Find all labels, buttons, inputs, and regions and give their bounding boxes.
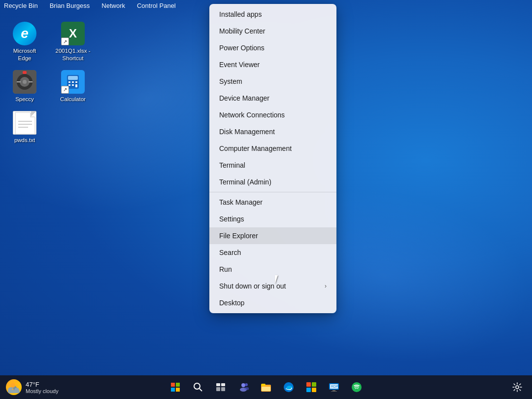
- menu-label-settings: Settings: [219, 215, 244, 223]
- spotify-button[interactable]: [347, 377, 366, 397]
- search-button[interactable]: [188, 377, 208, 397]
- label-recycle-bin[interactable]: Recycle Bin: [4, 2, 38, 9]
- taskbar-center: RDP: [166, 377, 366, 397]
- icon-edge[interactable]: Microsoft Edge: [5, 20, 44, 64]
- menu-item-disk-management[interactable]: Disk Management: [209, 123, 336, 140]
- svg-rect-49: [306, 382, 311, 387]
- svg-point-41: [241, 383, 245, 387]
- svg-rect-13: [72, 84, 74, 86]
- weather-temperature: 47°F: [26, 381, 59, 388]
- menu-item-search[interactable]: Search: [209, 244, 336, 261]
- svg-rect-52: [312, 388, 316, 392]
- menu-item-power-options[interactable]: Power Options: [209, 39, 336, 56]
- menu-item-computer-management[interactable]: Computer Management: [209, 140, 336, 157]
- label-control-panel[interactable]: Control Panel: [137, 2, 176, 9]
- txt-svg: [13, 111, 37, 135]
- menu-item-desktop[interactable]: Desktop: [209, 294, 336, 311]
- svg-rect-9: [68, 81, 70, 83]
- search-icon: [193, 382, 203, 392]
- pwds-label: pwds.txt: [14, 137, 35, 144]
- label-brian-burgess[interactable]: Brian Burgess: [50, 2, 90, 9]
- svg-rect-31: [171, 383, 175, 387]
- svg-text:RDP: RDP: [331, 385, 338, 388]
- svg-rect-46: [261, 384, 266, 386]
- icon-pwds[interactable]: pwds.txt: [5, 109, 44, 146]
- taskbar-right: [508, 378, 526, 396]
- menu-label-terminal: Terminal: [219, 161, 245, 169]
- shortcut-arrow-excel: ↗: [61, 37, 69, 45]
- label-network[interactable]: Network: [101, 2, 125, 9]
- shut-down-chevron: ›: [325, 283, 327, 290]
- menu-item-shut-down[interactable]: Shut down or sign out ›: [209, 278, 336, 294]
- excel-icon-img: X ↗: [61, 22, 85, 45]
- menu-item-system[interactable]: System: [209, 73, 336, 90]
- svg-rect-32: [176, 383, 180, 387]
- svg-rect-40: [221, 387, 225, 391]
- svg-point-43: [245, 383, 248, 386]
- svg-rect-12: [68, 84, 70, 86]
- menu-item-file-explorer[interactable]: File Explorer: [209, 227, 336, 244]
- tray-settings-button[interactable]: [508, 378, 526, 396]
- svg-rect-38: [221, 383, 225, 386]
- svg-point-3: [23, 80, 27, 84]
- context-menu: Installed apps Mobility Center Power Opt…: [209, 4, 336, 313]
- task-view-icon: [216, 382, 226, 392]
- menu-label-run: Run: [219, 265, 232, 273]
- task-view-button[interactable]: [211, 377, 231, 397]
- store-button[interactable]: [301, 377, 321, 397]
- speccy-svg: [13, 70, 36, 94]
- menu-item-run[interactable]: Run: [209, 261, 336, 278]
- menu-label-file-explorer: File Explorer: [219, 232, 258, 240]
- start-button[interactable]: [166, 377, 185, 397]
- menu-item-network-connections[interactable]: Network Connections: [209, 107, 336, 123]
- speccy-icon-graphic: [13, 70, 36, 94]
- svg-rect-47: [262, 387, 270, 391]
- shortcut-arrow-calc: ↗: [61, 86, 69, 94]
- teams-icon: [238, 382, 249, 393]
- svg-rect-51: [306, 388, 311, 392]
- menu-label-device-manager: Device Manager: [219, 94, 269, 102]
- menu-label-power-options: Power Options: [219, 44, 265, 52]
- weather-widget[interactable]: 47°F Mostly cloudy: [6, 379, 59, 395]
- excel-label: 2001Q1.xlsx - Shortcut: [55, 47, 91, 62]
- menu-item-mobility-center[interactable]: Mobility Center: [209, 23, 336, 39]
- menu-label-mobility-center: Mobility Center: [219, 27, 265, 35]
- edge-label: Microsoft Edge: [7, 47, 42, 62]
- menu-item-terminal-admin[interactable]: Terminal (Admin): [209, 174, 336, 190]
- gear-icon: [512, 382, 522, 392]
- svg-rect-8: [68, 76, 78, 80]
- edge-taskbar-button[interactable]: [279, 377, 299, 397]
- store-icon: [306, 382, 317, 393]
- remote-desktop-button[interactable]: RDP: [324, 377, 344, 397]
- menu-item-device-manager[interactable]: Device Manager: [209, 90, 336, 107]
- icon-excel[interactable]: X ↗ 2001Q1.xlsx - Shortcut: [53, 20, 93, 64]
- taskbar: 47°F Mostly cloudy: [0, 375, 532, 399]
- icon-calculator[interactable]: ↗ Calculator: [53, 68, 93, 105]
- menu-item-terminal[interactable]: Terminal: [209, 157, 336, 174]
- teams-button[interactable]: [233, 377, 253, 397]
- svg-marker-15: [15, 112, 35, 134]
- icon-speccy[interactable]: Speccy: [5, 68, 44, 105]
- edge-taskbar-icon: [283, 382, 294, 393]
- menu-label-disk-management: Disk Management: [219, 128, 275, 136]
- menu-item-installed-apps[interactable]: Installed apps: [209, 6, 336, 23]
- svg-marker-16: [30, 112, 35, 117]
- menu-item-task-manager[interactable]: Task Manager: [209, 194, 336, 211]
- taskbar-left: 47°F Mostly cloudy: [6, 379, 59, 395]
- svg-line-30: [16, 381, 17, 382]
- remote-desktop-icon: RDP: [329, 382, 339, 393]
- weather-icon: [6, 379, 22, 395]
- svg-rect-10: [72, 81, 74, 83]
- file-explorer-button[interactable]: [256, 377, 276, 397]
- weather-text: 47°F Mostly cloudy: [26, 381, 59, 394]
- menu-item-event-viewer[interactable]: Event Viewer: [209, 56, 336, 73]
- weather-svg: [6, 379, 22, 395]
- svg-point-35: [194, 383, 200, 389]
- menu-label-event-viewer: Event Viewer: [219, 61, 260, 69]
- menu-label-network-connections: Network Connections: [219, 111, 285, 119]
- menu-item-settings[interactable]: Settings: [209, 211, 336, 227]
- svg-rect-6: [23, 71, 27, 74]
- svg-rect-23: [8, 390, 20, 393]
- desktop-icon-grid: Microsoft Edge X ↗ 2001Q1.xlsx - Shortcu…: [0, 15, 102, 151]
- speccy-label: Speccy: [15, 96, 34, 103]
